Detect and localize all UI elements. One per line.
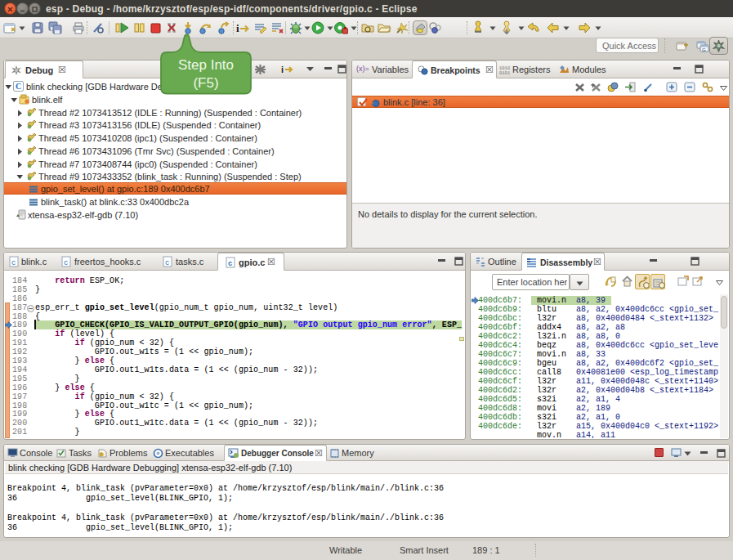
svg-text:i: i	[281, 65, 284, 74]
svg-text:0101: 0101	[499, 70, 510, 75]
svg-text:c: c	[64, 259, 68, 267]
svg-text:c: c	[11, 259, 16, 267]
svg-text:G: G	[702, 47, 706, 52]
svg-text:c: c	[228, 260, 232, 268]
svg-text:C: C	[16, 82, 21, 91]
svg-text:c: c	[165, 259, 169, 267]
